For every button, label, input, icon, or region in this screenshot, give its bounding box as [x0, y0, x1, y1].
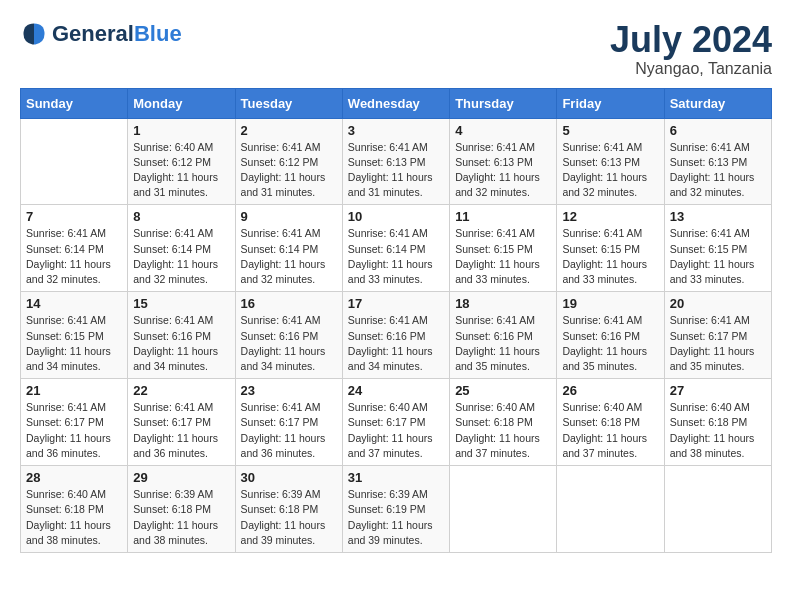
header-day-friday: Friday — [557, 88, 664, 118]
day-info: Sunrise: 6:41 AMSunset: 6:17 PMDaylight:… — [26, 400, 122, 461]
calendar-cell: 7Sunrise: 6:41 AMSunset: 6:14 PMDaylight… — [21, 205, 128, 292]
day-number: 15 — [133, 296, 229, 311]
header-row: SundayMondayTuesdayWednesdayThursdayFrid… — [21, 88, 772, 118]
page-header: GeneralBlue July 2024 Nyangao, Tanzania — [20, 20, 772, 78]
day-number: 27 — [670, 383, 766, 398]
header-day-tuesday: Tuesday — [235, 88, 342, 118]
calendar-cell: 17Sunrise: 6:41 AMSunset: 6:16 PMDayligh… — [342, 292, 449, 379]
day-number: 30 — [241, 470, 337, 485]
calendar-cell: 12Sunrise: 6:41 AMSunset: 6:15 PMDayligh… — [557, 205, 664, 292]
calendar-cell: 27Sunrise: 6:40 AMSunset: 6:18 PMDayligh… — [664, 379, 771, 466]
day-info: Sunrise: 6:41 AMSunset: 6:16 PMDaylight:… — [348, 313, 444, 374]
day-number: 14 — [26, 296, 122, 311]
calendar-cell: 25Sunrise: 6:40 AMSunset: 6:18 PMDayligh… — [450, 379, 557, 466]
calendar-cell: 2Sunrise: 6:41 AMSunset: 6:12 PMDaylight… — [235, 118, 342, 205]
day-info: Sunrise: 6:40 AMSunset: 6:17 PMDaylight:… — [348, 400, 444, 461]
day-number: 4 — [455, 123, 551, 138]
calendar-cell: 26Sunrise: 6:40 AMSunset: 6:18 PMDayligh… — [557, 379, 664, 466]
day-number: 1 — [133, 123, 229, 138]
day-info: Sunrise: 6:41 AMSunset: 6:13 PMDaylight:… — [562, 140, 658, 201]
day-info: Sunrise: 6:40 AMSunset: 6:18 PMDaylight:… — [562, 400, 658, 461]
day-info: Sunrise: 6:41 AMSunset: 6:14 PMDaylight:… — [133, 226, 229, 287]
calendar-cell: 24Sunrise: 6:40 AMSunset: 6:17 PMDayligh… — [342, 379, 449, 466]
calendar-cell: 1Sunrise: 6:40 AMSunset: 6:12 PMDaylight… — [128, 118, 235, 205]
calendar-cell: 31Sunrise: 6:39 AMSunset: 6:19 PMDayligh… — [342, 466, 449, 553]
day-number: 29 — [133, 470, 229, 485]
day-info: Sunrise: 6:41 AMSunset: 6:17 PMDaylight:… — [133, 400, 229, 461]
calendar-cell: 10Sunrise: 6:41 AMSunset: 6:14 PMDayligh… — [342, 205, 449, 292]
day-info: Sunrise: 6:41 AMSunset: 6:16 PMDaylight:… — [562, 313, 658, 374]
week-row-1: 1Sunrise: 6:40 AMSunset: 6:12 PMDaylight… — [21, 118, 772, 205]
day-info: Sunrise: 6:41 AMSunset: 6:16 PMDaylight:… — [455, 313, 551, 374]
calendar-cell — [450, 466, 557, 553]
day-info: Sunrise: 6:41 AMSunset: 6:15 PMDaylight:… — [562, 226, 658, 287]
logo-blue-text: Blue — [134, 21, 182, 46]
day-number: 26 — [562, 383, 658, 398]
calendar-cell: 9Sunrise: 6:41 AMSunset: 6:14 PMDaylight… — [235, 205, 342, 292]
calendar-cell — [557, 466, 664, 553]
day-info: Sunrise: 6:41 AMSunset: 6:16 PMDaylight:… — [133, 313, 229, 374]
calendar-cell: 19Sunrise: 6:41 AMSunset: 6:16 PMDayligh… — [557, 292, 664, 379]
calendar-cell: 15Sunrise: 6:41 AMSunset: 6:16 PMDayligh… — [128, 292, 235, 379]
day-number: 10 — [348, 209, 444, 224]
calendar-cell: 29Sunrise: 6:39 AMSunset: 6:18 PMDayligh… — [128, 466, 235, 553]
day-number: 6 — [670, 123, 766, 138]
day-number: 20 — [670, 296, 766, 311]
day-number: 17 — [348, 296, 444, 311]
day-number: 16 — [241, 296, 337, 311]
day-info: Sunrise: 6:41 AMSunset: 6:14 PMDaylight:… — [241, 226, 337, 287]
calendar-cell: 3Sunrise: 6:41 AMSunset: 6:13 PMDaylight… — [342, 118, 449, 205]
calendar-cell: 14Sunrise: 6:41 AMSunset: 6:15 PMDayligh… — [21, 292, 128, 379]
calendar-cell: 4Sunrise: 6:41 AMSunset: 6:13 PMDaylight… — [450, 118, 557, 205]
day-info: Sunrise: 6:39 AMSunset: 6:18 PMDaylight:… — [241, 487, 337, 548]
day-number: 2 — [241, 123, 337, 138]
day-number: 5 — [562, 123, 658, 138]
header-day-saturday: Saturday — [664, 88, 771, 118]
day-number: 12 — [562, 209, 658, 224]
calendar-body: 1Sunrise: 6:40 AMSunset: 6:12 PMDaylight… — [21, 118, 772, 552]
day-info: Sunrise: 6:40 AMSunset: 6:12 PMDaylight:… — [133, 140, 229, 201]
calendar-cell: 16Sunrise: 6:41 AMSunset: 6:16 PMDayligh… — [235, 292, 342, 379]
calendar-cell: 18Sunrise: 6:41 AMSunset: 6:16 PMDayligh… — [450, 292, 557, 379]
calendar-cell: 6Sunrise: 6:41 AMSunset: 6:13 PMDaylight… — [664, 118, 771, 205]
day-info: Sunrise: 6:40 AMSunset: 6:18 PMDaylight:… — [26, 487, 122, 548]
day-number: 21 — [26, 383, 122, 398]
day-info: Sunrise: 6:41 AMSunset: 6:13 PMDaylight:… — [348, 140, 444, 201]
calendar-cell: 11Sunrise: 6:41 AMSunset: 6:15 PMDayligh… — [450, 205, 557, 292]
week-row-3: 14Sunrise: 6:41 AMSunset: 6:15 PMDayligh… — [21, 292, 772, 379]
calendar-cell: 20Sunrise: 6:41 AMSunset: 6:17 PMDayligh… — [664, 292, 771, 379]
day-number: 18 — [455, 296, 551, 311]
day-info: Sunrise: 6:41 AMSunset: 6:15 PMDaylight:… — [455, 226, 551, 287]
day-number: 23 — [241, 383, 337, 398]
day-info: Sunrise: 6:41 AMSunset: 6:17 PMDaylight:… — [670, 313, 766, 374]
calendar-cell: 22Sunrise: 6:41 AMSunset: 6:17 PMDayligh… — [128, 379, 235, 466]
day-info: Sunrise: 6:41 AMSunset: 6:17 PMDaylight:… — [241, 400, 337, 461]
title-block: July 2024 Nyangao, Tanzania — [610, 20, 772, 78]
calendar-cell: 8Sunrise: 6:41 AMSunset: 6:14 PMDaylight… — [128, 205, 235, 292]
calendar-header: SundayMondayTuesdayWednesdayThursdayFrid… — [21, 88, 772, 118]
logo-icon — [20, 20, 48, 48]
week-row-2: 7Sunrise: 6:41 AMSunset: 6:14 PMDaylight… — [21, 205, 772, 292]
day-number: 22 — [133, 383, 229, 398]
day-number: 24 — [348, 383, 444, 398]
day-number: 13 — [670, 209, 766, 224]
day-info: Sunrise: 6:41 AMSunset: 6:14 PMDaylight:… — [348, 226, 444, 287]
day-number: 19 — [562, 296, 658, 311]
week-row-5: 28Sunrise: 6:40 AMSunset: 6:18 PMDayligh… — [21, 466, 772, 553]
logo-general-text: General — [52, 21, 134, 46]
calendar-cell: 5Sunrise: 6:41 AMSunset: 6:13 PMDaylight… — [557, 118, 664, 205]
calendar-cell: 23Sunrise: 6:41 AMSunset: 6:17 PMDayligh… — [235, 379, 342, 466]
calendar-cell: 30Sunrise: 6:39 AMSunset: 6:18 PMDayligh… — [235, 466, 342, 553]
day-info: Sunrise: 6:41 AMSunset: 6:12 PMDaylight:… — [241, 140, 337, 201]
calendar-cell — [21, 118, 128, 205]
header-day-sunday: Sunday — [21, 88, 128, 118]
day-number: 7 — [26, 209, 122, 224]
day-info: Sunrise: 6:40 AMSunset: 6:18 PMDaylight:… — [455, 400, 551, 461]
location-subtitle: Nyangao, Tanzania — [610, 60, 772, 78]
calendar-cell: 21Sunrise: 6:41 AMSunset: 6:17 PMDayligh… — [21, 379, 128, 466]
header-day-monday: Monday — [128, 88, 235, 118]
day-number: 31 — [348, 470, 444, 485]
day-number: 11 — [455, 209, 551, 224]
day-info: Sunrise: 6:41 AMSunset: 6:13 PMDaylight:… — [670, 140, 766, 201]
calendar-cell: 13Sunrise: 6:41 AMSunset: 6:15 PMDayligh… — [664, 205, 771, 292]
